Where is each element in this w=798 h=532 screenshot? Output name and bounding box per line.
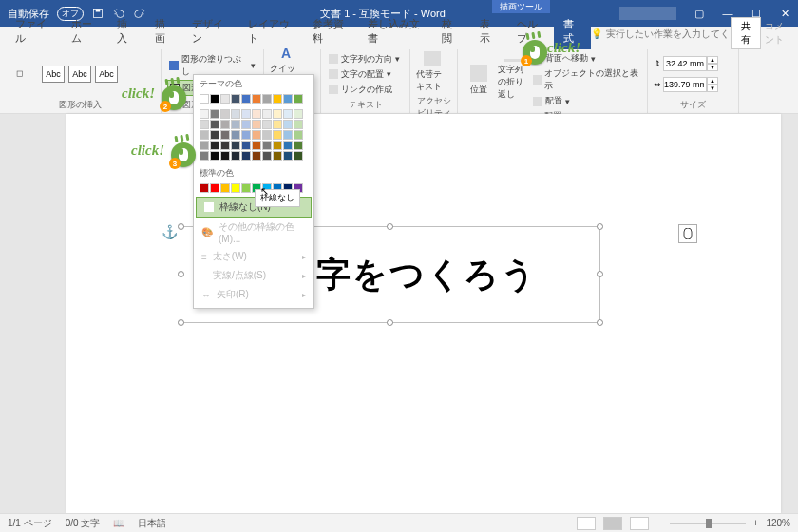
tab-layout[interactable]: レイアウト [238, 13, 303, 49]
create-link-button[interactable]: リンクの作成 [327, 83, 402, 97]
color-swatch[interactable] [252, 141, 261, 150]
zoom-out-button[interactable]: − [656, 518, 662, 528]
color-swatch[interactable] [283, 120, 293, 129]
text-direction-button[interactable]: 文字列の方向 ▾ [327, 52, 402, 66]
dashes-item[interactable]: ┈実線/点線(S)▸ [194, 266, 314, 285]
color-swatch[interactable] [231, 183, 240, 193]
color-swatch[interactable] [241, 141, 251, 150]
selection-pane-button[interactable]: オブジェクトの選択と表示 [531, 66, 641, 93]
position-button[interactable]: 位置 [464, 59, 494, 101]
arrows-item[interactable]: ↔矢印(R)▸ [194, 285, 314, 304]
color-swatch[interactable] [283, 151, 293, 161]
color-swatch[interactable] [252, 130, 261, 140]
document-canvas[interactable]: ⚓ 袋文字をつくろう [66, 114, 781, 513]
color-swatch[interactable] [241, 183, 251, 193]
color-swatch[interactable] [231, 120, 240, 129]
color-swatch[interactable] [200, 109, 209, 119]
color-swatch[interactable] [241, 120, 251, 129]
web-layout-button[interactable] [630, 517, 649, 530]
color-swatch[interactable] [231, 109, 240, 119]
zoom-level[interactable]: 120% [766, 518, 790, 528]
share-button[interactable]: 共有 [731, 17, 761, 49]
tab-draw[interactable]: 描画 [145, 13, 182, 49]
print-layout-button[interactable] [603, 517, 622, 530]
height-spinner[interactable]: ⇕▲▼ [654, 56, 718, 71]
color-swatch[interactable] [273, 94, 282, 104]
color-swatch[interactable] [294, 130, 303, 140]
resize-handle[interactable] [178, 319, 184, 326]
shapes-gallery[interactable]: ◻ [6, 53, 38, 95]
color-swatch[interactable] [262, 141, 272, 150]
color-swatch[interactable] [241, 94, 251, 104]
color-swatch[interactable] [210, 183, 219, 193]
tell-me-input[interactable] [606, 28, 727, 39]
tab-design[interactable]: デザイン [182, 13, 238, 49]
color-swatch[interactable] [210, 141, 219, 150]
resize-handle[interactable] [387, 223, 393, 230]
color-swatch[interactable] [283, 130, 293, 140]
color-swatch[interactable] [294, 141, 303, 150]
spellcheck-icon[interactable]: 📖 [113, 518, 124, 528]
word-count[interactable]: 0/0 文字 [66, 517, 101, 530]
color-swatch[interactable] [283, 94, 293, 104]
color-swatch[interactable] [283, 141, 293, 150]
tab-file[interactable]: ファイル [6, 13, 62, 49]
tab-references[interactable]: 参考資料 [303, 13, 359, 49]
color-swatch[interactable] [273, 109, 282, 119]
color-swatch[interactable] [200, 94, 209, 104]
color-swatch[interactable] [262, 94, 272, 104]
color-swatch[interactable] [273, 141, 282, 150]
comment-button[interactable]: コメント [765, 20, 792, 47]
resize-handle[interactable] [387, 319, 393, 326]
color-swatch[interactable] [262, 109, 272, 119]
read-mode-button[interactable] [577, 517, 596, 530]
color-swatch[interactable] [294, 94, 303, 104]
color-swatch[interactable] [262, 120, 272, 129]
style-preset-1[interactable]: Abc [42, 66, 65, 83]
color-swatch[interactable] [200, 120, 209, 129]
resize-handle[interactable] [597, 271, 603, 277]
color-swatch[interactable] [220, 141, 230, 150]
color-swatch[interactable] [200, 130, 209, 140]
color-swatch[interactable] [220, 120, 230, 129]
color-swatch[interactable] [283, 109, 293, 119]
color-swatch[interactable] [231, 151, 240, 161]
color-swatch[interactable] [294, 120, 303, 129]
color-swatch[interactable] [210, 94, 219, 104]
zoom-slider[interactable] [670, 522, 746, 524]
color-swatch[interactable] [273, 130, 282, 140]
style-preset-2[interactable]: Abc [68, 66, 91, 83]
color-swatch[interactable] [220, 94, 230, 104]
tab-review[interactable]: 校閲 [432, 13, 469, 49]
color-swatch[interactable] [294, 109, 303, 119]
color-swatch[interactable] [220, 183, 230, 193]
color-swatch[interactable] [220, 109, 230, 119]
color-swatch[interactable] [200, 151, 209, 161]
tab-view[interactable]: 表示 [470, 13, 507, 49]
color-swatch[interactable] [241, 130, 251, 140]
color-swatch[interactable] [220, 151, 230, 161]
color-swatch[interactable] [273, 120, 282, 129]
color-swatch[interactable] [252, 151, 261, 161]
width-spinner[interactable]: ⇔▲▼ [654, 77, 718, 92]
color-swatch[interactable] [231, 130, 240, 140]
color-swatch[interactable] [241, 109, 251, 119]
color-swatch[interactable] [294, 151, 303, 161]
alt-text-button[interactable]: 代替テキスト [416, 51, 448, 93]
align-button[interactable]: 配置 ▾ [531, 94, 641, 108]
language-indicator[interactable]: 日本語 [138, 517, 166, 530]
text-align-button[interactable]: 文字の配置 ▾ [327, 67, 402, 82]
layout-options-icon[interactable] [678, 224, 697, 243]
color-swatch[interactable] [210, 109, 219, 119]
resize-handle[interactable] [597, 319, 603, 326]
more-colors-item[interactable]: 🎨その他の枠線の色(M)... [194, 218, 314, 247]
color-swatch[interactable] [200, 183, 209, 193]
theme-color-swatches[interactable] [194, 92, 314, 107]
resize-handle[interactable] [597, 223, 603, 230]
color-swatch[interactable] [210, 130, 219, 140]
resize-handle[interactable] [178, 271, 184, 277]
color-swatch[interactable] [252, 120, 261, 129]
tab-insert[interactable]: 挿入 [107, 13, 144, 49]
color-swatch[interactable] [252, 94, 261, 104]
color-swatch[interactable] [252, 109, 261, 119]
